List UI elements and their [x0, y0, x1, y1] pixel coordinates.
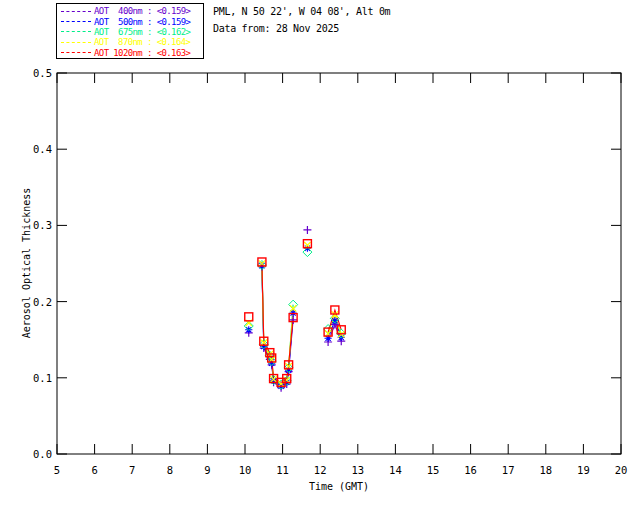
x-tick-label: 19: [577, 464, 590, 476]
x-tick-label: 8: [167, 464, 173, 476]
x-tick-label: 10: [239, 464, 252, 476]
tick-labels: 5678910111213141516171819200.00.10.20.30…: [33, 67, 627, 476]
y-tick-label: 0.2: [33, 296, 52, 308]
x-tick-label: 12: [314, 464, 327, 476]
x-tick-label: 14: [389, 464, 402, 476]
x-tick-label: 7: [129, 464, 135, 476]
plot-axes: [57, 73, 621, 454]
marker-plus: [289, 316, 297, 324]
x-tick-label: 18: [539, 464, 552, 476]
marker-plus: [303, 226, 311, 234]
x-tick-label: 15: [427, 464, 440, 476]
x-tick-label: 11: [276, 464, 289, 476]
series-line-aot-675nm: [262, 265, 341, 385]
y-tick-label: 0.0: [33, 448, 52, 460]
x-tick-label: 6: [91, 464, 97, 476]
x-tick-label: 17: [502, 464, 515, 476]
y-tick-label: 0.1: [33, 372, 52, 384]
series-markers-aot-675nm: [244, 248, 345, 390]
aot-chart-page: AOT 400nm : <0.159>AOT 500nm : <0.159>AO…: [0, 0, 640, 512]
y-tick-label: 0.5: [33, 67, 52, 79]
x-tick-label: 16: [464, 464, 477, 476]
x-tick-label: 5: [54, 464, 60, 476]
x-axis-label: Time (GMT): [309, 481, 369, 492]
x-tick-label: 13: [351, 464, 364, 476]
y-axis-label: Aerosol Optical Thickness: [21, 188, 32, 339]
x-tick-label: 20: [615, 464, 628, 476]
y-tick-label: 0.4: [33, 143, 52, 155]
aot-time-series-chart: 5678910111213141516171819200.00.10.20.30…: [0, 0, 640, 512]
x-tick-label: 9: [204, 464, 210, 476]
y-tick-label: 0.3: [33, 219, 52, 231]
